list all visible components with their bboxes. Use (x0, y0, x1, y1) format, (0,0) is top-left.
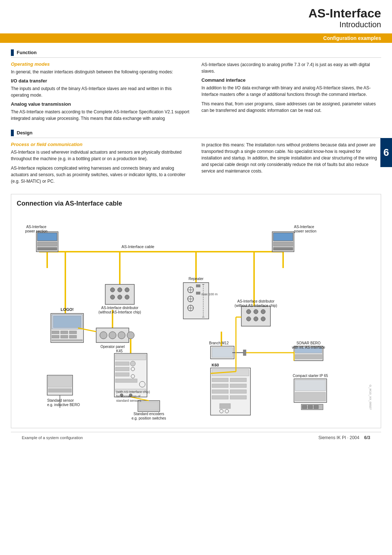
design-section-title: Design (17, 130, 32, 135)
image-ref: G_IK10_XX_00027 (369, 385, 372, 410)
diagram-container: AS-Interface cable AS-Interface power se… (17, 212, 375, 422)
page-footer: Example of a system configuration Siemen… (11, 432, 381, 443)
svg-point-35 (254, 309, 258, 314)
svg-rect-89 (302, 405, 307, 409)
main-content: Function Operating modes In general, the… (0, 43, 392, 443)
design-right-col: In practice this means: The installation… (201, 142, 381, 187)
svg-point-38 (261, 317, 265, 321)
process-comm-title: Process or field communication (11, 142, 191, 147)
svg-rect-67 (230, 396, 246, 399)
connection-diagram: AS-Interface cable AS-Interface power se… (17, 212, 375, 422)
process-comm-para2: AS-Interface replaces complicated wiring… (11, 165, 191, 185)
svg-rect-66 (212, 396, 228, 399)
branch-m12-label: Branch M12 (209, 341, 229, 345)
k45-label3: for connection of (116, 394, 140, 398)
io-data-para: The inputs and outputs of the binary AS-… (11, 85, 191, 98)
svg-point-48 (100, 332, 107, 339)
sonar-label1: SONAR BERO (297, 341, 321, 345)
design-right-para: In practice this means: The installation… (201, 142, 381, 174)
brand-name: AS-Interface (309, 7, 381, 20)
svg-rect-45 (61, 335, 68, 338)
svg-point-73 (130, 361, 135, 366)
process-comm-para1: AS-Interface is used wherever individual… (11, 149, 191, 162)
svg-rect-64 (212, 390, 228, 393)
command-para1: In addition to the I/O data exchange wit… (201, 85, 381, 98)
operating-modes-title: Operating modes (11, 61, 191, 67)
svg-point-21 (125, 295, 129, 299)
svg-rect-91 (314, 405, 318, 409)
compact-starter-label: Compact starter IP 65 (293, 374, 328, 378)
analog-para: The AS-Interface masters according to th… (11, 109, 191, 122)
svg-rect-62 (212, 384, 228, 388)
dist-right-label1: AS-Interface distributor (237, 299, 275, 303)
svg-rect-11 (37, 242, 57, 246)
std-sensor-label2: e.g. inductive BERO (47, 403, 80, 407)
svg-rect-90 (308, 405, 313, 409)
svg-rect-65 (230, 390, 246, 393)
io-data-title: I/O data transfer (11, 78, 191, 84)
svg-rect-47 (52, 340, 82, 341)
k60-label: K60 (212, 363, 219, 367)
svg-rect-84 (48, 389, 72, 392)
svg-point-50 (118, 332, 125, 339)
svg-rect-32 (196, 292, 200, 295)
svg-rect-61 (230, 378, 246, 382)
power-right-label1: AS-Interface (294, 225, 314, 229)
section-tab: 6 (380, 138, 392, 167)
svg-point-34 (246, 317, 251, 321)
power-right-label2: power section (294, 229, 317, 233)
std-enc-label1: Standard encoders (134, 412, 164, 416)
svg-rect-74 (115, 367, 129, 371)
svg-rect-13 (273, 233, 293, 241)
svg-rect-14 (273, 242, 293, 246)
diagram-section: Connection via AS-Interface cable (11, 194, 381, 428)
function-right-col: AS-Interface slaves (according to analog… (201, 61, 381, 125)
svg-rect-92 (139, 402, 159, 410)
svg-point-18 (118, 288, 122, 292)
svg-point-33 (246, 309, 251, 314)
dist-left-label2: (without AS-Interface chip) (98, 310, 141, 314)
design-two-col: Process or field communication AS-Interf… (11, 142, 381, 187)
svg-point-17 (110, 295, 115, 299)
config-bar: Configuration examples (0, 33, 392, 43)
svg-rect-43 (69, 331, 77, 334)
repeater-label: Repeater (188, 277, 204, 281)
distributor-left-box (105, 284, 134, 304)
k45-label1: K45 (116, 349, 123, 353)
std-enc-label2: e.g. position switches (131, 416, 166, 420)
op-panel-label: Operator panel (101, 345, 125, 349)
svg-rect-10 (37, 233, 57, 241)
svg-rect-56 (295, 355, 322, 359)
tab-number: 6 (383, 147, 389, 158)
svg-point-19 (118, 295, 122, 299)
design-section-indicator (11, 130, 14, 136)
k45-label4: standard sensors (116, 399, 142, 402)
svg-rect-31 (196, 284, 200, 287)
analog-title: Analog value transmission (11, 101, 191, 107)
diagram-caption: Example of a system configuration (22, 436, 83, 440)
svg-rect-76 (115, 373, 129, 376)
svg-point-51 (127, 332, 134, 339)
svg-rect-83 (48, 376, 72, 387)
sonar-label2: with int. AS-Interface (291, 345, 325, 349)
repeater-box (183, 283, 209, 319)
svg-rect-42 (61, 331, 68, 334)
svg-rect-41 (52, 331, 59, 334)
svg-rect-15 (273, 247, 293, 250)
section-indicator (11, 49, 14, 56)
logo-label: LOGO! (61, 307, 74, 312)
svg-rect-71 (115, 355, 146, 360)
svg-point-36 (254, 317, 258, 321)
max-100m-label: max 100 m (201, 292, 218, 296)
diagram-title: Connection via AS-Interface cable (17, 200, 375, 207)
operating-modes-para: In general, the master interfaces distin… (11, 69, 191, 75)
svg-rect-86 (295, 380, 326, 391)
function-left-col: Operating modes In general, the master i… (11, 61, 191, 125)
svg-rect-40 (53, 316, 81, 328)
function-section-header: Function (11, 49, 381, 58)
svg-rect-46 (69, 335, 77, 338)
std-sensor-label1: Standard sensor (47, 398, 74, 402)
svg-rect-44 (52, 335, 59, 338)
header-title: AS-Interface Introduction (309, 7, 381, 30)
svg-point-16 (110, 288, 115, 292)
